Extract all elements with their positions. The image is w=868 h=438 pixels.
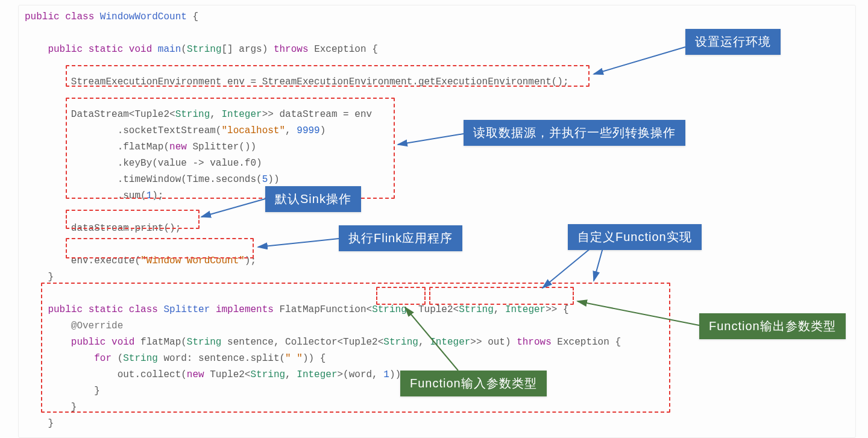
- label-fn-output: Function输出参数类型: [699, 313, 846, 339]
- label-datasource: 读取数据源，并执行一些列转换操作: [464, 120, 685, 146]
- label-execute: 执行Flink应用程序: [339, 225, 462, 251]
- label-env: 设置运行环境: [685, 29, 781, 55]
- label-fn-input: Function输入参数类型: [400, 371, 547, 396]
- label-custom-fn: 自定义Function实现: [568, 224, 702, 250]
- label-sink: 默认Sink操作: [265, 186, 361, 212]
